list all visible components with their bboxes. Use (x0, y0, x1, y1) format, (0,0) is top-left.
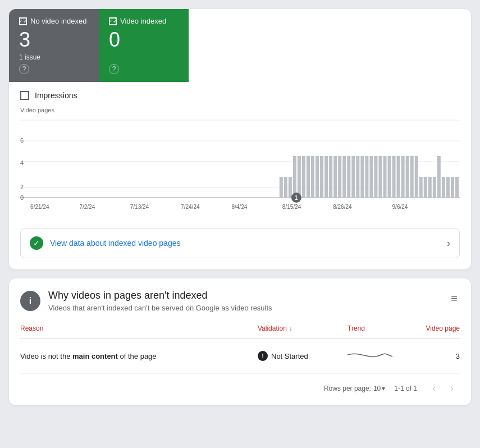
rows-per-page: Rows per page: 10 ▾ (324, 385, 385, 392)
svg-text:4: 4 (20, 159, 24, 166)
trend-chart (348, 346, 392, 363)
svg-rect-30 (338, 156, 341, 198)
svg-rect-32 (347, 156, 350, 198)
no-video-indexed-help-icon[interactable]: ? (19, 64, 29, 74)
trend-cell (348, 346, 415, 365)
filter-icon[interactable]: ≡ (449, 290, 460, 307)
issues-table: Reason Validation ↓ Trend Video page Vid… (9, 319, 471, 374)
svg-rect-50 (428, 177, 432, 198)
impressions-label: Impressions (35, 91, 77, 100)
svg-rect-27 (324, 156, 328, 198)
svg-text:7/2/24: 7/2/24 (79, 204, 95, 210)
impressions-section: Impressions (9, 82, 471, 100)
svg-rect-53 (442, 177, 445, 198)
issues-card: i Why videos in pages aren't indexed Vid… (9, 278, 471, 405)
svg-rect-52 (437, 156, 441, 198)
svg-rect-46 (410, 156, 414, 198)
chevron-right-icon: › (450, 383, 453, 394)
svg-rect-47 (415, 156, 418, 198)
svg-rect-21 (298, 156, 301, 198)
video-indexed-checkbox[interactable]: ✓ (109, 17, 117, 25)
videopage-column-header: Video page (415, 324, 460, 332)
info-icon: i (20, 291, 40, 311)
no-video-indexed-count: 3 (19, 29, 89, 51)
status-tabs: ✓ No video indexed 3 1 issue ? ✓ Video i… (9, 9, 471, 82)
chevron-left-icon: ‹ (432, 383, 435, 394)
svg-rect-18 (284, 177, 287, 198)
svg-rect-22 (302, 156, 305, 198)
prev-page-button[interactable]: ‹ (426, 381, 442, 396)
no-video-indexed-issue: 1 issue (19, 53, 89, 61)
svg-rect-31 (342, 156, 346, 198)
no-video-indexed-tab[interactable]: ✓ No video indexed 3 1 issue ? (9, 9, 99, 82)
svg-rect-19 (289, 177, 292, 198)
chart-area: 0 2 4 6 6/21/24 7/2/24 7/13/24 7/24/24 8… (20, 115, 460, 216)
svg-rect-35 (360, 156, 364, 198)
video-indexed-tab[interactable]: ✓ Video indexed 0 ? (99, 9, 189, 82)
svg-text:8/4/24: 8/4/24 (231, 204, 247, 210)
impressions-checkbox[interactable] (20, 91, 29, 100)
no-video-indexed-label: No video indexed (30, 17, 86, 25)
svg-rect-26 (320, 156, 323, 198)
pagination-nav: ‹ › (426, 381, 460, 396)
svg-rect-38 (374, 156, 377, 198)
trend-column-header: Trend (348, 324, 415, 332)
svg-text:7/24/24: 7/24/24 (181, 204, 200, 210)
video-indexed-label: Video indexed (120, 17, 166, 25)
table-row: Video is not the main content of the pag… (20, 339, 460, 374)
svg-text:6: 6 (20, 137, 24, 144)
svg-text:9/6/24: 9/6/24 (392, 204, 408, 210)
check-circle-icon: ✓ (30, 236, 43, 250)
svg-rect-43 (397, 156, 400, 198)
svg-rect-42 (392, 156, 396, 198)
svg-rect-45 (406, 156, 409, 198)
svg-rect-48 (419, 177, 423, 198)
reason-text-bold: main content (72, 352, 118, 360)
svg-rect-17 (280, 177, 283, 198)
validation-column-header: Validation ↓ (258, 324, 348, 332)
video-indexed-help-icon[interactable]: ? (109, 64, 119, 74)
impressions-header: Impressions (20, 91, 460, 100)
table-header-row: Reason Validation ↓ Trend Video page (20, 319, 460, 339)
no-video-indexed-header: ✓ No video indexed (19, 17, 89, 25)
issues-card-header: i Why videos in pages aren't indexed Vid… (9, 278, 471, 319)
svg-rect-29 (333, 156, 337, 198)
svg-text:6/21/24: 6/21/24 (30, 204, 49, 210)
svg-text:1: 1 (295, 195, 298, 201)
svg-text:8/15/24: 8/15/24 (282, 204, 301, 210)
main-container: ✓ No video indexed 3 1 issue ? ✓ Video i… (9, 9, 471, 405)
issues-card-title: Why videos in pages aren't indexed (48, 290, 441, 301)
reason-text-after: of the page (118, 352, 157, 360)
svg-rect-55 (451, 177, 454, 198)
svg-rect-25 (316, 156, 319, 198)
sort-arrow-icon: ↓ (289, 324, 292, 332)
reason-column-header: Reason (20, 324, 258, 332)
indexing-status-card: ✓ No video indexed 3 1 issue ? ✓ Video i… (9, 9, 471, 269)
next-page-button[interactable]: › (444, 381, 460, 396)
validation-status: Not Started (271, 352, 308, 360)
pagination-range: 1-1 of 1 (394, 385, 417, 392)
no-video-indexed-checkbox[interactable]: ✓ (19, 17, 27, 25)
issues-title-section: Why videos in pages aren't indexed Video… (48, 290, 441, 312)
reason-text-before: Video is not the (20, 352, 72, 360)
issues-card-subtitle: Videos that aren't indexed can't be serv… (48, 304, 441, 312)
rows-per-page-select[interactable]: 10 ▾ (373, 385, 385, 392)
rows-per-page-value: 10 (373, 385, 381, 392)
warning-icon: ! (258, 351, 268, 361)
chart-container: Video pages 0 2 4 6 6/21/24 7/2/24 (9, 107, 471, 221)
view-data-link-text: View data about indexed video pages (50, 239, 447, 248)
view-indexed-data-link[interactable]: ✓ View data about indexed video pages › (20, 228, 460, 258)
svg-text:0: 0 (20, 194, 24, 201)
pagination-row: Rows per page: 10 ▾ 1-1 of 1 ‹ › (9, 374, 471, 405)
svg-rect-49 (424, 177, 427, 198)
chart-svg: 0 2 4 6 6/21/24 7/2/24 7/13/24 7/24/24 8… (20, 115, 460, 216)
svg-rect-40 (383, 156, 386, 198)
svg-rect-36 (365, 156, 368, 198)
svg-rect-39 (378, 156, 382, 198)
svg-rect-23 (307, 156, 310, 198)
svg-rect-33 (351, 156, 355, 198)
arrow-right-icon: › (447, 237, 450, 249)
svg-rect-37 (369, 156, 373, 198)
validation-cell: ! Not Started (258, 351, 348, 361)
svg-rect-44 (401, 156, 405, 198)
